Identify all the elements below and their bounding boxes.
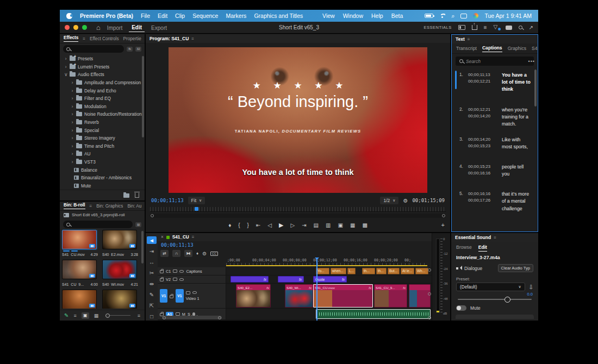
chevron-right-icon[interactable]: › [71,120,74,125]
track-visibility-icon[interactable] [179,270,184,273]
caption-text[interactable]: when you're training for a match. [502,106,531,128]
essential-sound-title[interactable]: Essential Sound [455,235,491,240]
bin-breadcrumb[interactable]: Short Edit v65_3.prproj\B-roll [72,212,125,217]
mini-playhead[interactable] [195,207,198,211]
timeline-timecode[interactable]: 00;00;11;13 [161,242,194,248]
bin-search-input[interactable] [63,221,133,228]
clear-audio-type-button[interactable]: Clear Audio Typ [498,264,533,272]
close-sequence-icon[interactable]: × [161,235,164,240]
caption-clip[interactable]: Wh... [415,268,428,274]
workspace-panel-icon[interactable] [458,25,465,30]
loudness-section-partial[interactable] [456,315,534,319]
caption-text[interactable]: Like with most sports, [502,136,531,156]
menu-graphics-titles[interactable]: Graphics and Titles [254,12,303,19]
track-v1-badge[interactable]: V1 [176,289,183,303]
chevron-right-icon[interactable]: › [64,56,67,61]
scroll-knob[interactable] [428,268,431,272]
type-tool[interactable]: □ [147,313,157,321]
menu-markers[interactable]: Markers [226,12,246,19]
tab-bin-graphics[interactable]: Bin: Graphics [96,204,123,209]
selection-tool[interactable]: ◄ [147,236,157,244]
feedback-icon[interactable] [506,26,512,30]
menu-help[interactable]: Help [371,12,383,19]
icon-view-icon[interactable]: ▣ [82,312,89,319]
mark-out-button[interactable]: } [247,222,249,228]
wifi-icon[interactable] [439,14,445,18]
save-preset-icon[interactable]: ⇩ [529,284,533,290]
tab-effects[interactable]: Effects [64,35,78,42]
graphic-clip[interactable]: fx [231,276,269,283]
caption-row[interactable]: 2. 00;00;12;2100;00;14;20 when you're tr… [455,103,532,131]
lift-button[interactable]: ▤ [314,222,319,228]
panel-menu-icon[interactable]: ≡ [468,37,470,42]
effects-tree-item[interactable]: ›Noise Reduction/Restoration [60,110,145,118]
caption-end[interactable]: 00;00;14;20 [468,113,499,120]
graphic-clip[interactable]: fx [278,276,304,283]
apple-icon[interactable] [66,13,72,19]
caption-end[interactable]: 00;00;12;21 [468,78,499,85]
tab-bin-broll[interactable]: Bin: B-roll [64,203,85,209]
effects-tree-item[interactable]: Binauralizer - Ambisonics [60,174,145,182]
linked-selection-icon[interactable]: ⧓ [184,250,192,257]
lock-icon[interactable] [160,270,164,273]
tab-transcript[interactable]: Transcript [456,46,477,51]
clip-thumbnail[interactable]: ▮▮ [62,230,97,249]
caption-clip[interactable]: th... [362,268,375,274]
caption-clip[interactable]: th... [376,268,387,274]
menu-app-name[interactable]: Premiere Pro (Beta) [80,12,133,19]
caption-row[interactable]: 5. 00;00;16;1600;00;17;26 that it's more… [455,187,532,216]
chevron-right-icon[interactable]: › [71,128,74,133]
chevron-down-icon[interactable]: ∨ [64,72,67,77]
clip-thumbnail[interactable]: ▮▮ [62,290,97,309]
caption-row[interactable]: 4. 00;00;15;2300;00;16;16 people tell yo… [455,160,532,186]
source-patch-v1[interactable]: V1 [160,289,167,303]
list-view-icon[interactable]: ≡ [73,313,76,318]
effects-tree-item[interactable]: ›Stereo Imagery [60,134,145,142]
slip-tool[interactable]: ⇹ [147,280,157,288]
play-button[interactable]: ▶ [279,222,283,229]
workspace-label[interactable]: ESSENTIALS [423,25,451,30]
captions-search[interactable] [456,57,534,66]
lock-icon[interactable] [170,295,173,298]
effects-tree-item[interactable]: ›VST3 [60,158,145,166]
v2-lane[interactable]: fx fx Quotefx [226,275,432,283]
fullscreen-icon[interactable]: ↗ [529,24,533,30]
track-v2-label[interactable]: V2 [166,277,171,282]
menubar-clock[interactable]: Tue Apr 1 9:41 AM [484,12,532,19]
menu-clip[interactable]: Clip [175,12,185,19]
track-visibility-icon[interactable] [179,278,184,281]
panel-menu-icon[interactable]: ≡ [90,204,92,209]
volume-slider[interactable] [458,299,532,300]
bin-clip-partial[interactable]: ▮▮ [62,290,98,309]
menu-window[interactable]: Window [343,12,363,19]
caption-start[interactable]: 00;00;11;13 [468,72,499,78]
freeform-view-icon[interactable]: ▦ [94,313,99,318]
audio-clip[interactable] [316,309,431,319]
chevron-right-icon[interactable]: › [71,111,74,117]
chevron-right-icon[interactable]: › [64,64,67,70]
track-visibility-icon[interactable] [192,291,197,294]
chevron-right-icon[interactable]: › [71,151,74,156]
tab-properties[interactable]: Propertie [123,36,141,41]
a1-lane[interactable] [226,309,432,319]
scroll-knob[interactable] [442,214,445,217]
preset-dropdown[interactable]: (Default)∨ [456,283,525,291]
caption-text[interactable]: people tell you [502,164,531,183]
caption-start[interactable]: 00;00;12;21 [468,106,499,113]
snap-magnet-icon[interactable]: ∩ [172,250,180,257]
effects-tree-item[interactable]: ›Lumetri Presets [60,63,145,71]
menu-sequence[interactable]: Sequence [192,12,218,19]
caption-clip[interactable]: when... [331,268,346,274]
track-options-icon[interactable] [186,291,190,294]
ripple-edit-tool[interactable]: ↔ [147,258,157,266]
captions-visibility-icon[interactable]: CC [210,252,218,256]
program-video-frame[interactable]: ★ ★ ★ ★ ★ “ Beyond inspiring. ” TATIANA … [169,47,427,193]
pen-tool[interactable]: ✎ [147,291,157,299]
track-options-icon[interactable] [173,278,177,281]
control-center-icon[interactable] [460,14,467,18]
effects-tree-item[interactable]: Balance [60,166,145,174]
chevron-right-icon[interactable]: › [71,135,74,141]
effects-tree-item[interactable]: ›Filter and EQ [60,95,145,103]
video-clip[interactable]: S40_E2...fx [236,284,271,307]
tab-captions[interactable]: Captions [482,45,502,52]
